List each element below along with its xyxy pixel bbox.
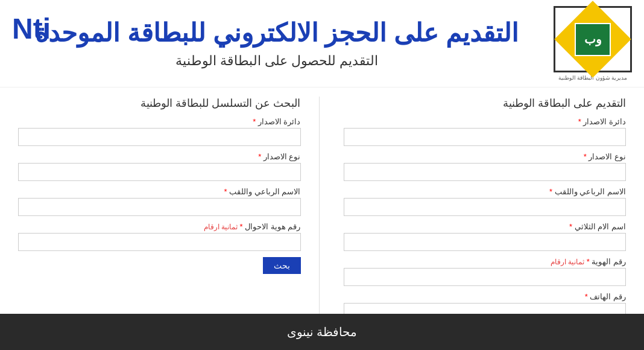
top-right-logo: Nti — [12, 12, 51, 45]
submission-panel: التقديم على البطاقة الوطنية دائرة الاصدا… — [344, 97, 627, 344]
label-civil-id-left: رقم هوية الاحوال * ثمانية ارقام — [18, 222, 301, 231]
submission-panel-title: التقديم على البطاقة الوطنية — [344, 97, 627, 110]
input-issue-type-right[interactable] — [344, 163, 627, 181]
label-full-name-left: الاسم الرباعي واللقب * — [18, 187, 301, 196]
input-issuing-circle-left[interactable] — [18, 128, 301, 146]
label-full-name-right: الاسم الرباعي واللقب * — [344, 187, 627, 196]
input-issuing-circle-right[interactable] — [344, 128, 627, 146]
label-issuing-circle-right: دائرة الاصدار * — [344, 117, 627, 126]
search-button[interactable]: بحث — [263, 257, 301, 274]
label-issue-type-left: نوع الاصدار * — [18, 152, 301, 161]
footer-text: محافظة نينوى — [287, 325, 358, 339]
label-issuing-circle-left: دائرة الاصدار * — [18, 117, 301, 126]
search-panel: البحث عن التسلسل للبطاقة الوطنية دائرة ا… — [18, 97, 320, 344]
input-issue-type-left[interactable] — [18, 163, 301, 181]
form-group-full-name-right: الاسم الرباعي واللقب * — [344, 187, 627, 216]
input-id-number-right[interactable] — [344, 268, 627, 286]
label-mother-name-right: اسم الام الثلاثي * — [344, 222, 627, 231]
form-group-civil-id-left: رقم هوية الاحوال * ثمانية ارقام — [18, 222, 301, 251]
logo-arabic-text: وب — [584, 33, 602, 45]
form-group-issue-type-right: نوع الاصدار * — [344, 152, 627, 181]
form-group-id-number-right: رقم الهوية * ثمانية ارقام — [344, 257, 627, 286]
form-group-full-name-left: الاسم الرباعي واللقب * — [18, 187, 301, 216]
form-group-issuing-circle-right: دائرة الاصدار * — [344, 117, 627, 146]
search-panel-title: البحث عن التسلسل للبطاقة الوطنية — [18, 97, 301, 110]
label-phone-right: رقم الهاتف * — [344, 292, 627, 301]
main-title: التقديم على الحجز الالكتروني للبطاقة الم… — [12, 18, 541, 48]
footer: محافظة نينوى — [0, 314, 644, 350]
input-mother-name-right[interactable] — [344, 233, 627, 251]
input-civil-id-left[interactable] — [18, 233, 301, 251]
header-title-area: التقديم على الحجز الالكتروني للبطاقة الم… — [12, 18, 541, 69]
input-full-name-left[interactable] — [18, 198, 301, 216]
form-group-issuing-circle-left: دائرة الاصدار * — [18, 117, 301, 146]
label-id-number-right: رقم الهوية * ثمانية ارقام — [344, 257, 627, 266]
form-group-issue-type-left: نوع الاصدار * — [18, 152, 301, 181]
label-issue-type-right: نوع الاصدار * — [344, 152, 627, 161]
sub-title: التقديم للحصول على البطاقة الوطنية — [12, 53, 541, 69]
logo: وب مديرية شؤون البطاقة الوطنية — [554, 6, 632, 81]
input-full-name-right[interactable] — [344, 198, 627, 216]
form-group-mother-name-right: اسم الام الثلاثي * — [344, 222, 627, 251]
